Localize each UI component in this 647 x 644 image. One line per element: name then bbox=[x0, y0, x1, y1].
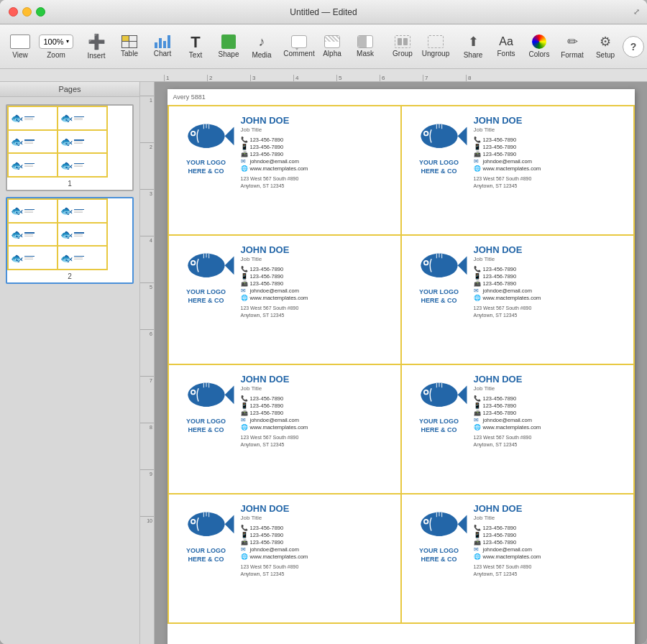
address-2: 123 West 567 South #890Anytown, ST 12345 bbox=[474, 175, 625, 190]
web-6: 🌐www.mactemplates.com bbox=[474, 424, 625, 431]
biz-card-5[interactable]: YOUR LOGOHERE & CO JOHN DOE Job Title 📞1… bbox=[169, 365, 402, 494]
svg-point-21 bbox=[191, 262, 194, 264]
group-button[interactable]: Group bbox=[387, 27, 418, 66]
web-5: 🌐www.mactemplates.com bbox=[241, 424, 392, 431]
mask-icon bbox=[357, 35, 373, 48]
insert-button[interactable]: ➕ Insert bbox=[81, 27, 112, 66]
alpha-button[interactable]: Alpha bbox=[316, 27, 348, 66]
fonts-button[interactable]: Aa Fonts bbox=[490, 27, 522, 66]
address-7: 123 West 567 South #890Anytown, ST 12345 bbox=[241, 564, 392, 578]
shape-label: Shape bbox=[219, 50, 239, 58]
svg-point-12 bbox=[424, 132, 427, 135]
close-button[interactable] bbox=[9, 7, 18, 17]
biz-card-2[interactable]: YOUR LOGOHERE & CO JOHN DOE Job Title 📞1… bbox=[402, 106, 635, 236]
format-button[interactable]: ✏ Format bbox=[556, 27, 588, 66]
ungroup-button[interactable]: Ungroup bbox=[420, 27, 451, 66]
card-title-5: Job Title bbox=[241, 385, 392, 392]
fish-svg-2 bbox=[410, 115, 468, 155]
ruler-mark-3: 3 bbox=[250, 75, 293, 81]
phone-6: 📞123-456-7890 bbox=[474, 395, 625, 402]
table-button[interactable]: Table bbox=[114, 27, 145, 66]
logo-text-8: YOUR LOGOHERE & CO bbox=[419, 547, 459, 564]
comment-button[interactable]: Comment bbox=[283, 27, 315, 66]
page-thumb-1[interactable]: 🐟 🐟 bbox=[6, 104, 134, 191]
biz-card-1[interactable]: YOUR LOGOHERE & CO JOHN DOE Job Title 📞1… bbox=[169, 106, 402, 236]
setup-button[interactable]: ⚙ Setup bbox=[589, 27, 621, 66]
expand-icon[interactable]: ⤢ bbox=[633, 7, 640, 17]
fish-svg-4 bbox=[410, 244, 468, 284]
svg-point-39 bbox=[191, 391, 194, 394]
card-left-1: YOUR LOGOHERE & CO bbox=[178, 115, 235, 175]
window-title: Untitled — Edited bbox=[290, 7, 357, 17]
text-icon: T bbox=[191, 34, 200, 50]
mask-label: Mask bbox=[357, 50, 374, 58]
svg-marker-28 bbox=[457, 257, 467, 275]
card-title-7: Job Title bbox=[241, 515, 392, 521]
fax-2: 📠123-456-7890 bbox=[474, 151, 625, 157]
biz-card-6[interactable]: YOUR LOGOHERE & CO JOHN DOE Job Title 📞1… bbox=[402, 365, 635, 494]
shape-button[interactable]: Shape bbox=[213, 27, 244, 66]
email-6: ✉johndoe@email.com bbox=[474, 417, 625, 423]
ruler-mark-7: 7 bbox=[423, 75, 466, 81]
biz-card-4[interactable]: YOUR LOGOHERE & CO JOHN DOE Job Title 📞1… bbox=[402, 236, 635, 365]
shape-icon bbox=[221, 34, 236, 49]
group-icon bbox=[395, 35, 410, 48]
ruler-mark-4: 4 bbox=[293, 75, 336, 81]
web-4: 🌐www.mactemplates.com bbox=[474, 295, 625, 301]
page-thumb-2[interactable]: 🐟 🐟 bbox=[6, 197, 134, 284]
card-title-3: Job Title bbox=[241, 256, 392, 262]
chart-button[interactable]: Chart bbox=[147, 27, 178, 66]
mobile-1: 📱123-456-7890 bbox=[241, 144, 392, 150]
fax-6: 📠123-456-7890 bbox=[474, 410, 625, 416]
biz-card-8[interactable]: YOUR LOGOHERE & CO JOHN DOE Job Title 📞1… bbox=[402, 494, 635, 624]
biz-card-7[interactable]: YOUR LOGOHERE & CO JOHN DOE Job Title 📞1… bbox=[169, 494, 402, 624]
fax-8: 📠123-456-7890 bbox=[474, 539, 625, 546]
minimize-button[interactable] bbox=[22, 7, 32, 17]
page-thumb-1-inner: 🐟 🐟 bbox=[7, 106, 108, 178]
table-icon bbox=[121, 35, 137, 48]
zoom-value: 100% bbox=[43, 37, 63, 46]
ruler-mark-2: 2 bbox=[207, 75, 250, 81]
share-button[interactable]: ⬆ Share bbox=[457, 27, 489, 66]
svg-marker-55 bbox=[224, 515, 234, 534]
mobile-5: 📱123-456-7890 bbox=[241, 402, 392, 409]
address-8: 123 West 567 South #890Anytown, ST 12345 bbox=[474, 564, 625, 578]
zoom-label: Zoom bbox=[47, 51, 65, 59]
format-label: Format bbox=[561, 51, 584, 59]
card-right-1: JOHN DOE Job Title 📞123-456-7890 📱123-45… bbox=[241, 115, 392, 190]
tips-button[interactable]: ? bbox=[623, 36, 644, 58]
phone-3: 📞123-456-7890 bbox=[241, 266, 392, 272]
ungroup-icon bbox=[428, 35, 444, 48]
zoom-button[interactable]: 100% ▾ Zoom bbox=[37, 27, 75, 66]
card-right-5: JOHN DOE Job Title 📞123-456-7890 📱123-45… bbox=[241, 374, 392, 448]
card-name-1: JOHN DOE bbox=[241, 115, 392, 126]
mobile-3: 📱123-456-7890 bbox=[241, 273, 392, 280]
comment-icon bbox=[291, 35, 307, 48]
card-name-6: JOHN DOE bbox=[474, 374, 625, 385]
svg-point-30 bbox=[424, 262, 427, 264]
media-label: Media bbox=[252, 51, 271, 59]
v-ruler-mark-4: 4 bbox=[140, 236, 154, 283]
zoom-chevron: ▾ bbox=[66, 38, 69, 45]
colors-button[interactable]: Colors bbox=[523, 27, 555, 66]
document-scroll[interactable]: Avery 5881 bbox=[155, 82, 647, 644]
card-left-5: YOUR LOGOHERE & CO bbox=[178, 374, 235, 434]
table-label: Table bbox=[121, 50, 138, 58]
fish-svg-7 bbox=[178, 503, 235, 543]
card-right-4: JOHN DOE Job Title 📞123-456-7890 📱123-45… bbox=[474, 244, 625, 319]
mask-button[interactable]: Mask bbox=[349, 27, 381, 66]
text-button[interactable]: T Text bbox=[180, 27, 211, 66]
setup-icon: ⚙ bbox=[600, 34, 611, 50]
media-button[interactable]: ♪ Media bbox=[246, 27, 277, 66]
svg-marker-10 bbox=[457, 127, 467, 146]
media-icon: ♪ bbox=[259, 34, 265, 50]
card-right-7: JOHN DOE Job Title 📞123-456-7890 📱123-45… bbox=[241, 503, 392, 578]
mobile-4: 📱123-456-7890 bbox=[474, 273, 625, 280]
avery-label: Avery 5881 bbox=[168, 89, 635, 105]
fonts-label: Fonts bbox=[497, 50, 515, 58]
address-3: 123 West 567 South #890Anytown, ST 12345 bbox=[241, 305, 392, 319]
logo-text-2: YOUR LOGOHERE & CO bbox=[419, 159, 459, 175]
biz-card-3[interactable]: YOUR LOGOHERE & CO JOHN DOE Job Title 📞1… bbox=[169, 236, 402, 365]
maximize-button[interactable] bbox=[36, 7, 45, 17]
view-button[interactable]: View bbox=[4, 27, 36, 66]
